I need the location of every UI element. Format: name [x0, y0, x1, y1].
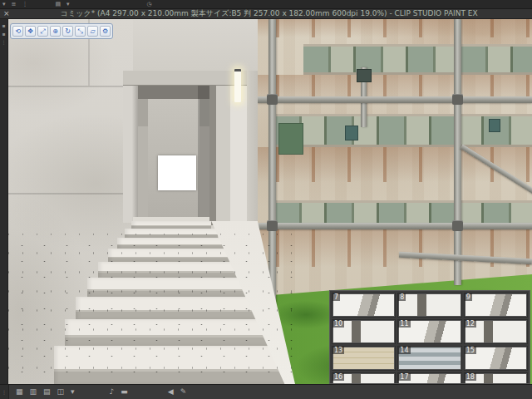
scaffold-coupler — [452, 220, 463, 231]
settings-icon[interactable]: ⚙ — [100, 26, 111, 37]
scaffold-coupler — [267, 94, 278, 105]
statusbar-thumbnails-icon[interactable]: ▥ — [30, 388, 37, 396]
doorway-opening — [138, 86, 209, 221]
material-preview — [399, 294, 460, 316]
camera-zoom-icon[interactable]: ⤢ — [37, 26, 48, 37]
material-number: 12 — [465, 320, 476, 328]
status-bar: ⋮ ▦ ▥ ▤ ◫ ▾ ♪ ▬ ◀ ✎ — [0, 384, 532, 399]
statusbar-dock-stub[interactable]: ⋮ — [0, 385, 9, 399]
material-number: 11 — [398, 320, 410, 328]
doorway-pillar-right — [209, 86, 247, 225]
doorway-lintel — [123, 71, 247, 87]
stair-step — [108, 249, 234, 262]
panel-list-icon[interactable]: ▤ — [55, 2, 61, 7]
dock-palette-icon-1[interactable]: ▪ — [2, 23, 5, 28]
stair-step — [125, 229, 218, 238]
object-rotate-icon[interactable]: ↻ — [62, 26, 73, 37]
dropdown-icon[interactable]: ▾ — [66, 2, 70, 7]
scaffold-pole — [454, 19, 461, 285]
canvas-3d-viewport[interactable]: ⟲ ✥ ⤢ ⊕ ↻ ⤡ ▱ ⚙ 7 8 9 10 — [8, 19, 532, 384]
scaffold-coupler — [452, 94, 463, 105]
doorway-pillar-left — [123, 86, 138, 223]
statusbar-slider-icon[interactable]: ▬ — [121, 388, 128, 396]
stair-step — [98, 262, 243, 278]
menu-icon[interactable]: ≡ — [12, 2, 17, 7]
statusbar-pen-icon[interactable]: ✎ — [180, 388, 187, 396]
material-preview — [333, 294, 394, 316]
statusbar-grid-icon[interactable]: ▦ — [16, 388, 23, 396]
dock-palette-icon-2[interactable]: ▪ — [2, 32, 5, 37]
window-collapse-icon[interactable]: ▾ — [2, 2, 6, 7]
dots-icon[interactable]: ⋮ — [22, 2, 27, 7]
object-move-icon[interactable]: ⊕ — [50, 26, 61, 37]
camera-rotate-icon[interactable]: ⟲ — [12, 26, 23, 37]
window-title: コミック* (A4 297.00 x 210.00mm 製本サイズ:B5 判 2… — [10, 8, 529, 19]
statusbar-note-icon[interactable]: ♪ — [110, 388, 115, 396]
material-thumbnail[interactable]: 16 — [332, 372, 396, 384]
material-number: 15 — [465, 347, 476, 354]
stair-step — [117, 238, 225, 249]
material-number: 7 — [332, 293, 340, 301]
material-preview — [466, 294, 526, 316]
material-number: 10 — [332, 320, 344, 328]
material-thumbnail[interactable]: 17 — [397, 372, 461, 384]
clock-icon[interactable]: ◷ — [147, 2, 152, 7]
ground-plane-icon[interactable]: ▱ — [87, 26, 98, 37]
clip-studio-paint-window: ▾ ≡ ⋮ ▤ ▾ ◷ × コミック* (A4 297.00 x 210.00m… — [0, 0, 532, 399]
material-number: 14 — [398, 347, 410, 354]
material-thumbnail[interactable]: 9 — [464, 293, 528, 318]
green-door — [278, 123, 303, 155]
title-bar: × コミック* (A4 297.00 x 210.00mm 製本サイズ:B5 判… — [0, 9, 532, 19]
statusbar-columns-icon[interactable]: ◫ — [57, 388, 65, 396]
window-band-top — [303, 44, 532, 75]
stair-step — [87, 278, 254, 297]
scaffold-rail — [258, 96, 532, 103]
statusbar-list-icon[interactable]: ▤ — [43, 388, 51, 396]
material-number: 8 — [398, 293, 406, 301]
material-thumbnail[interactable]: 14 — [397, 346, 461, 371]
object-scale-icon[interactable]: ⤡ — [75, 26, 86, 37]
material-number: 17 — [398, 373, 410, 381]
stair-step — [54, 346, 285, 384]
left-dock[interactable]: ▪ ▪ ⋮ — [0, 19, 8, 384]
material-number: 9 — [465, 293, 472, 301]
wall-joint-line — [8, 86, 133, 87]
material-thumbnail[interactable]: 7 — [332, 293, 396, 318]
statusbar-dropdown-icon[interactable]: ▾ — [71, 388, 75, 396]
concrete-wall-above-door — [133, 19, 258, 71]
material-preset-panel: 7 8 9 10 11 12 — [329, 290, 530, 384]
stair-step — [65, 319, 276, 346]
material-thumbnail[interactable]: 15 — [464, 346, 528, 371]
3d-object-toolbar: ⟲ ✥ ⤢ ⊕ ↻ ⤡ ▱ ⚙ — [10, 23, 113, 39]
stair-step — [76, 297, 265, 319]
close-icon[interactable]: × — [3, 10, 10, 17]
material-number: 13 — [332, 347, 344, 354]
material-number: 16 — [332, 373, 344, 381]
material-number: 18 — [465, 373, 476, 381]
wall-joint-line — [8, 193, 133, 195]
door-sign — [158, 155, 196, 190]
stair-step — [131, 221, 211, 229]
material-thumbnail[interactable]: 13 — [332, 346, 396, 371]
material-thumbnail[interactable]: 18 — [464, 372, 528, 384]
material-thumbnail[interactable]: 10 — [332, 319, 396, 344]
statusbar-back-icon[interactable]: ◀ — [168, 388, 174, 396]
utility-box — [489, 119, 500, 132]
material-thumbnail[interactable]: 8 — [397, 293, 461, 318]
corridor-side-shadow — [198, 86, 209, 221]
material-thumbnail[interactable]: 11 — [397, 319, 461, 344]
utility-box — [345, 126, 358, 140]
rust-stain — [258, 19, 532, 37]
wall-lamp — [234, 69, 241, 102]
pipe-junction-box — [357, 69, 372, 82]
scaffold-rail — [258, 223, 532, 229]
scaffold-coupler — [267, 220, 278, 231]
material-thumbnail[interactable]: 12 — [464, 319, 528, 344]
dock-palette-icon-3[interactable]: ⋮ — [2, 40, 7, 45]
camera-pan-icon[interactable]: ✥ — [25, 26, 36, 37]
